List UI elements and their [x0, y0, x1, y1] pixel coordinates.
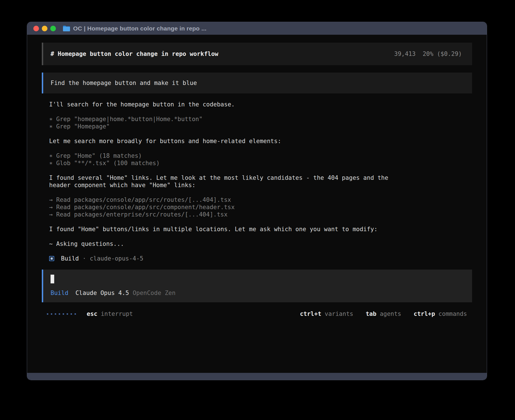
close-button[interactable]	[33, 26, 39, 31]
asterisk-icon: ∗	[49, 115, 53, 123]
window-title: OC | Homepage button color change in rep…	[73, 25, 206, 32]
tool-call-text: Read packages/console/app/src/routes/[..…	[56, 196, 231, 203]
agent-badge[interactable]: Build	[51, 289, 68, 297]
asterisk-icon: ∗	[49, 123, 53, 130]
tool-call: →Read packages/console/app/src/component…	[49, 204, 472, 211]
agent-model: claude-opus-4-5	[90, 255, 143, 262]
assistant-response: I'll search for the homepage button in t…	[42, 101, 472, 262]
session-title: # Homepage button color change in repo w…	[51, 50, 218, 58]
input-footer: Build Claude Opus 4.5 OpenCode Zen	[51, 289, 465, 297]
shortcut-key: ctrl+p	[414, 310, 435, 318]
activity-status: ~Asking questions...	[49, 240, 472, 248]
tool-call-text: Read packages/console/app/src/component/…	[56, 204, 235, 211]
context-cost: 20% ($0.29)	[423, 51, 462, 57]
shortcut-label: agents	[380, 310, 401, 318]
tool-call-text: Read packages/enterprise/src/routes/[...…	[56, 211, 228, 218]
model-name[interactable]: Claude Opus 4.5	[75, 289, 129, 297]
terminal-content: # Homepage button color change in repo w…	[27, 35, 487, 373]
shortcut-key: ctrl+t	[300, 310, 321, 318]
activity-text: Asking questions...	[56, 240, 124, 247]
text-cursor	[51, 275, 54, 283]
user-message: Find the homepage button and make it blu…	[42, 73, 472, 93]
agent-status-line: Build · claude-opus-4-5	[49, 255, 472, 262]
shortcut-label: variants	[325, 310, 353, 318]
tool-call-text: Grep "Home" (18 matches)	[56, 152, 142, 159]
traffic-lights	[33, 26, 56, 31]
interrupt-label: interrupt	[101, 310, 133, 318]
user-message-text: Find the homepage button and make it blu…	[51, 80, 197, 86]
provider-name: OpenCode Zen	[133, 289, 176, 297]
agent-name: Build	[61, 255, 79, 262]
tool-call: →Read packages/enterprise/src/routes/[..…	[49, 211, 472, 218]
shortcut-agents: tabagents	[366, 310, 401, 318]
shortcut-commands: ctrl+pcommands	[414, 310, 467, 318]
assistant-paragraph: I found several "Home" links. Let me loo…	[49, 174, 398, 189]
agent-mode-icon	[49, 256, 54, 261]
tool-call-group: →Read packages/console/app/src/routes/[.…	[49, 196, 472, 218]
asterisk-icon: ∗	[49, 152, 53, 159]
arrow-right-icon: →	[49, 204, 53, 211]
tool-call-text: Grep "Homepage"	[56, 123, 110, 130]
assistant-paragraph: I found "Home" buttons/links in multiple…	[49, 226, 398, 233]
shortcut-label: commands	[438, 310, 467, 318]
esc-key-hint: esc	[87, 310, 97, 318]
minimize-button[interactable]	[42, 26, 47, 31]
status-bar: esc interrupt ctrl+tvariants tabagents c…	[42, 310, 472, 318]
tool-call-text: Grep "homepage|home.*button|Home.*button…	[56, 116, 202, 123]
tool-call: ∗Grep "Homepage"	[49, 123, 472, 130]
dot-separator: ·	[82, 255, 86, 262]
tool-call-group: ∗Grep "homepage|home.*button|Home.*butto…	[49, 115, 472, 130]
token-count: 39,413	[394, 51, 416, 57]
asterisk-icon: ∗	[49, 159, 53, 167]
tool-call: ∗Grep "homepage|home.*button|Home.*butto…	[49, 115, 472, 123]
tool-call: →Read packages/console/app/src/routes/[.…	[49, 196, 472, 204]
tool-call: ∗Grep "Home" (18 matches)	[49, 152, 472, 159]
tool-call: ∗Glob "**/*.tsx" (100 matches)	[49, 159, 472, 167]
tilde-icon: ~	[49, 240, 53, 248]
terminal-window: OC | Homepage button color change in rep…	[27, 22, 487, 380]
arrow-right-icon: →	[49, 196, 53, 204]
arrow-right-icon: →	[49, 211, 53, 218]
window-bottom-edge	[27, 373, 487, 380]
shortcut-key: tab	[366, 310, 376, 318]
tool-call-text: Glob "**/*.tsx" (100 matches)	[56, 160, 160, 167]
session-header: # Homepage button color change in repo w…	[42, 43, 472, 65]
tool-call-group: ∗Grep "Home" (18 matches) ∗Glob "**/*.ts…	[49, 152, 472, 167]
titlebar[interactable]: OC | Homepage button color change in rep…	[27, 22, 487, 35]
shortcut-variants: ctrl+tvariants	[300, 310, 353, 318]
zoom-button[interactable]	[50, 26, 56, 31]
spinner-dots	[47, 313, 76, 315]
session-stats: 39,41320% ($0.29)	[394, 50, 462, 58]
assistant-paragraph: Let me search more broadly for buttons a…	[49, 137, 398, 145]
prompt-input[interactable]: Build Claude Opus 4.5 OpenCode Zen	[42, 270, 472, 302]
folder-icon	[63, 25, 70, 32]
assistant-paragraph: I'll search for the homepage button in t…	[49, 101, 398, 108]
